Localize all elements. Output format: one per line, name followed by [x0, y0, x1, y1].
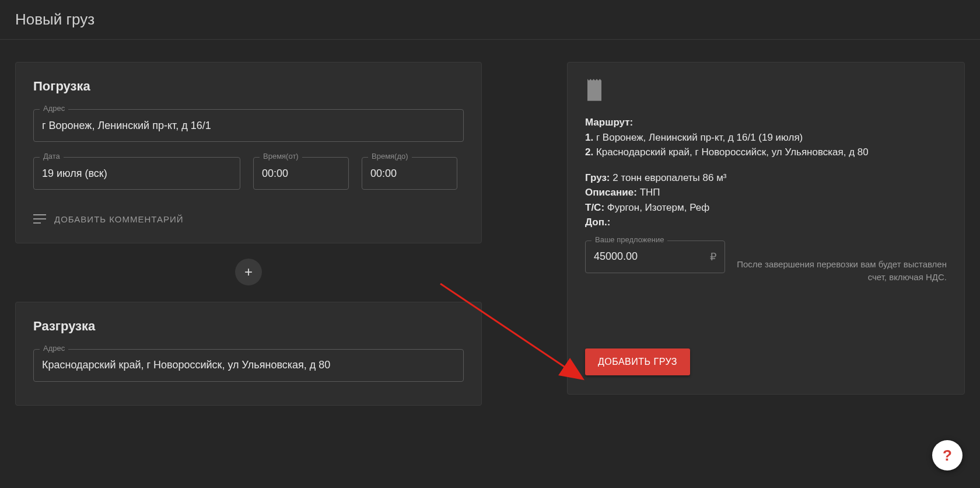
loading-title: Погрузка	[33, 79, 464, 94]
offer-label: Ваше предложение	[592, 236, 667, 243]
ruble-icon: ₽	[710, 250, 716, 263]
unloading-card: Разгрузка Адрес Краснодарский край, г Но…	[15, 302, 482, 406]
loading-time-from-value: 00:00	[262, 168, 340, 180]
question-icon: ?	[943, 447, 952, 465]
offer-note: После завершения перевозки вам будет выс…	[736, 240, 947, 284]
loading-date-field[interactable]: Дата 19 июля (вск)	[33, 157, 240, 190]
loading-time-to-value: 00:00	[370, 168, 449, 180]
page-title: Новый груз	[0, 0, 980, 39]
submit-cargo-button[interactable]: ДОБАВИТЬ ГРУЗ	[585, 348, 690, 375]
offer-value: 45000.00	[594, 250, 706, 263]
loading-time-to-field[interactable]: Время(до) 00:00	[362, 157, 457, 190]
loading-address-field[interactable]: Адрес г Воронеж, Ленинский пр-кт, д 16/1	[33, 109, 464, 142]
unloading-address-label: Адрес	[40, 344, 68, 352]
loading-date-value: 19 июля (вск)	[42, 168, 232, 180]
extra-label: Доп.:	[585, 217, 610, 228]
route2-no: 2.	[585, 147, 593, 158]
unloading-address-field[interactable]: Адрес Краснодарский край, г Новороссийск…	[33, 349, 464, 382]
loading-time-to-label: Время(до)	[368, 152, 412, 160]
loading-address-label: Адрес	[40, 104, 68, 112]
ts-text: Фургон, Изотерм, Реф	[607, 202, 709, 213]
unloading-title: Разгрузка	[33, 319, 464, 334]
desc-label: Описание:	[585, 187, 637, 198]
unloading-address-value: Краснодарский край, г Новороссийск, ул У…	[42, 359, 455, 371]
route-label: Маршрут:	[585, 117, 633, 128]
cargo-label: Груз:	[585, 172, 610, 183]
loading-card: Погрузка Адрес г Воронеж, Ленинский пр-к…	[15, 62, 482, 243]
cargo-text: 2 тонн европалеты 86 м³	[612, 172, 726, 183]
loading-date-label: Дата	[40, 152, 64, 160]
route1-no: 1.	[585, 132, 593, 143]
add-comment-label: ДОБАВИТЬ КОММЕНТАРИЙ	[54, 214, 184, 224]
ts-label: Т/С:	[585, 202, 604, 213]
receipt-icon	[585, 79, 604, 101]
summary-card: Маршрут: 1. г Воронеж, Ленинский пр-кт, …	[567, 62, 965, 395]
route2-text: Краснодарский край, г Новороссийск, ул У…	[596, 147, 869, 158]
add-waypoint-button[interactable]: +	[235, 259, 262, 285]
loading-time-from-label: Время(от)	[260, 152, 302, 160]
route1-text: г Воронеж, Ленинский пр-кт, д 16/1 (19 и…	[596, 132, 803, 143]
desc-text: ТНП	[640, 187, 660, 198]
loading-time-from-field[interactable]: Время(от) 00:00	[253, 157, 349, 190]
add-comment-button[interactable]: ДОБАВИТЬ КОММЕНТАРИЙ	[33, 214, 184, 224]
offer-field[interactable]: Ваше предложение 45000.00 ₽	[585, 240, 725, 273]
loading-address-value: г Воронеж, Ленинский пр-кт, д 16/1	[42, 120, 455, 132]
plus-icon: +	[244, 264, 253, 280]
help-button[interactable]: ?	[932, 440, 963, 470]
notes-icon	[33, 214, 46, 224]
